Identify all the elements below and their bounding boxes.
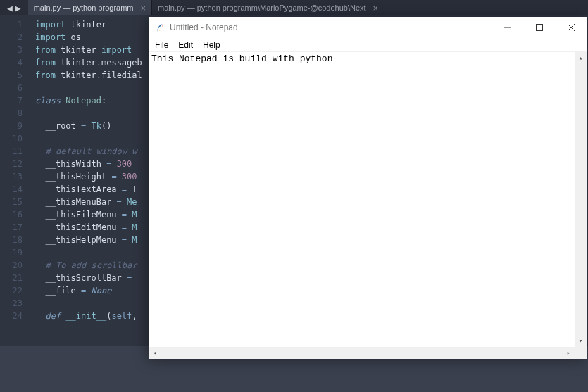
line-number: 9	[0, 120, 35, 132]
editor-tab-1[interactable]: main.py — python programm\MarioPygame-@c…	[152, 0, 384, 15]
window-controls	[492, 17, 587, 38]
vertical-scrollbar[interactable]: ▴ ▾	[575, 52, 587, 347]
svg-rect-1	[536, 25, 542, 31]
line-number: 8	[0, 107, 35, 120]
line-number: 16	[0, 208, 35, 221]
tab-label: main.py — python programm\MarioPygame-@c…	[158, 4, 365, 12]
menu-edit[interactable]: Edit	[173, 40, 198, 50]
line-gutter: 123456789101112131415161718192021222324	[0, 15, 35, 346]
close-icon[interactable]: ×	[373, 3, 379, 13]
notepad-textarea[interactable]: This Notepad is build with python ▴ ▾ ◂ …	[149, 52, 587, 359]
line-number: 5	[0, 69, 35, 82]
nav-left-icon[interactable]: ◀	[7, 3, 13, 13]
line-number: 14	[0, 183, 35, 196]
line-number: 20	[0, 259, 35, 272]
horizontal-scrollbar[interactable]: ◂ ▸	[149, 347, 575, 359]
menu-file[interactable]: File	[150, 40, 173, 50]
line-number: 21	[0, 272, 35, 284]
notepad-content: This Notepad is build with python	[151, 53, 332, 64]
line-number: 24	[0, 310, 35, 322]
scroll-right-icon[interactable]: ▸	[563, 347, 575, 359]
tk-feather-icon	[154, 22, 165, 33]
scroll-left-icon[interactable]: ◂	[149, 347, 161, 359]
line-number: 7	[0, 94, 35, 107]
maximize-button[interactable]	[523, 17, 555, 38]
resize-grip[interactable]	[575, 347, 587, 359]
line-number: 3	[0, 44, 35, 56]
editor-tab-0[interactable]: main.py — python programm×	[28, 0, 152, 15]
line-number: 18	[0, 234, 35, 246]
line-number: 13	[0, 170, 35, 183]
line-number: 23	[0, 297, 35, 310]
scroll-up-icon[interactable]: ▴	[575, 52, 587, 64]
tab-nav-arrows: ◀ ▶	[0, 3, 28, 13]
close-button[interactable]	[555, 17, 587, 38]
line-number: 17	[0, 221, 35, 234]
notepad-title: Untitled - Notepad	[170, 23, 492, 32]
nav-right-icon[interactable]: ▶	[15, 3, 21, 13]
editor-tab-bar: ◀ ▶ main.py — python programm×main.py — …	[0, 0, 588, 15]
line-number: 2	[0, 31, 35, 44]
line-number: 11	[0, 145, 35, 158]
notepad-menubar: File Edit Help	[149, 38, 587, 52]
line-number: 12	[0, 158, 35, 170]
tab-label: main.py — python programm	[34, 4, 134, 12]
menu-help[interactable]: Help	[198, 40, 225, 50]
line-number: 15	[0, 196, 35, 208]
close-icon[interactable]: ×	[141, 3, 146, 13]
line-number: 4	[0, 56, 35, 69]
notepad-titlebar[interactable]: Untitled - Notepad	[149, 17, 587, 38]
line-number: 1	[0, 18, 35, 31]
line-number: 6	[0, 82, 35, 94]
line-number: 22	[0, 284, 35, 297]
line-number: 19	[0, 246, 35, 259]
notepad-window: Untitled - Notepad File Edit Help This N…	[149, 17, 587, 359]
line-number: 10	[0, 132, 35, 145]
minimize-button[interactable]	[492, 17, 523, 38]
scroll-down-icon[interactable]: ▾	[575, 335, 587, 347]
